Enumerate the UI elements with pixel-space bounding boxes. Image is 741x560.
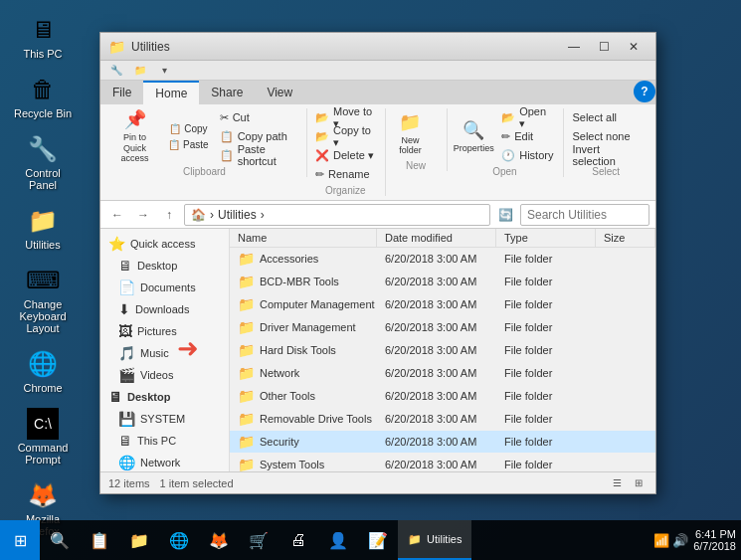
desktop: 🖥 This PC 🗑 Recycle Bin 🔧 Control Panel … <box>0 0 741 560</box>
tab-file[interactable]: File <box>100 81 143 104</box>
ribbon-content: 📌 Pin to Quickaccess 📋 Copy 📋 Paste <box>100 104 655 200</box>
col-size[interactable]: Size <box>596 229 655 247</box>
sidebar-item-videos[interactable]: 🎬 Videos <box>100 364 229 386</box>
back-button[interactable]: ← <box>106 204 128 226</box>
sidebar-item-network[interactable]: 🌐 Network <box>100 452 229 471</box>
taskbar-clock[interactable]: 6:41 PM 6/7/2018 <box>693 528 736 552</box>
taskbar-user-button[interactable]: 👤 <box>318 520 358 560</box>
desktop-icon-command-prompt[interactable]: C:\ Command Prompt <box>8 404 78 469</box>
network-tray-icon[interactable]: 📶 <box>653 533 669 548</box>
sidebar-item-downloads[interactable]: ⬇ Downloads <box>100 298 229 320</box>
up-button[interactable]: ↑ <box>158 204 180 226</box>
refresh-button[interactable]: 🔄 <box>494 204 516 226</box>
history-button[interactable]: 🕐 History <box>497 146 557 164</box>
music-icon: 🎵 <box>118 345 135 361</box>
file-row-security[interactable]: 📁Security 6/20/2018 3:00 AM File folder <box>230 431 655 454</box>
item-count: 12 items <box>108 477 150 489</box>
taskbar-active-window[interactable]: 📁 Utilities <box>398 520 471 560</box>
taskbar-chrome-button[interactable]: 🌐 <box>159 520 199 560</box>
taskbar-store-button[interactable]: 🛒 <box>239 520 278 560</box>
edit-icon: ✏ <box>501 130 510 143</box>
col-type[interactable]: Type <box>496 229 596 247</box>
sidebar-item-pictures[interactable]: 🖼 Pictures <box>100 320 229 342</box>
file-date-security: 6/20/2018 3:00 AM <box>377 431 496 453</box>
start-button[interactable]: ⊞ <box>0 520 40 560</box>
desktop-icon-utilities[interactable]: 📁 Utilities <box>8 201 78 255</box>
rename-button[interactable]: ✏ Rename <box>311 165 379 183</box>
minimize-button[interactable]: — <box>560 36 588 58</box>
qat-new-folder-button[interactable]: 📁 <box>130 62 150 80</box>
delete-button[interactable]: ❌ Delete ▾ <box>311 146 379 164</box>
address-path[interactable]: 🏠 › Utilities › <box>184 204 490 226</box>
open-buttons: 🔍 Properties 📂 Open ▾ ✏ Edit <box>452 108 557 164</box>
sidebar-item-desktop2[interactable]: 🖥 Desktop <box>100 386 229 408</box>
large-icons-view-button[interactable]: ⊞ <box>630 474 648 492</box>
move-icon: 📂 <box>315 111 329 124</box>
taskbar-notes-button[interactable]: 📝 <box>358 520 398 560</box>
file-row-other-tools[interactable]: 📁Other Tools 6/20/2018 3:00 AM File fold… <box>230 385 655 408</box>
folder-icon: 📁 <box>238 365 255 381</box>
pin-label: Pin to Quickaccess <box>113 132 156 164</box>
col-name[interactable]: Name <box>230 229 377 247</box>
forward-button[interactable]: → <box>132 204 154 226</box>
volume-tray-icon[interactable]: 🔊 <box>672 533 688 548</box>
ribbon-select-group: Select all Select none Invert selection … <box>566 108 649 177</box>
tab-view[interactable]: View <box>255 81 304 104</box>
properties-button[interactable]: 🔍 Properties <box>452 111 495 161</box>
file-row-hard-disk[interactable]: 📁Hard Disk Tools 6/20/2018 3:00 AM File … <box>230 339 655 362</box>
search-input[interactable] <box>520 204 649 226</box>
taskbar-task-view-button[interactable]: 📋 <box>80 520 119 560</box>
qat-dropdown-button[interactable]: ▾ <box>154 62 174 80</box>
file-row-bcd[interactable]: 📁BCD-MBR Tools 6/20/2018 3:00 AM File fo… <box>230 271 655 293</box>
desktop-icon-chrome[interactable]: 🌐 Chrome <box>8 344 78 398</box>
cut-button[interactable]: ✂ Cut <box>216 108 300 126</box>
close-button[interactable]: ✕ <box>620 36 648 58</box>
copy-to-button[interactable]: 📂 Copy to ▾ <box>311 127 379 145</box>
file-type-driver-mgmt: File folder <box>496 316 596 338</box>
sidebar-item-quick-access[interactable]: ⭐ Quick access <box>100 233 229 255</box>
taskbar-search-button[interactable]: 🔍 <box>40 520 80 560</box>
desktop-icon-control-panel[interactable]: 🔧 Control Panel <box>8 129 78 195</box>
col-date[interactable]: Date modified <box>377 229 496 247</box>
invert-selection-button[interactable]: Invert selection <box>568 146 644 164</box>
details-view-button[interactable]: ☰ <box>608 474 626 492</box>
file-type-other-tools: File folder <box>496 385 596 407</box>
file-size-driver-mgmt <box>596 316 655 338</box>
taskbar-printer-button[interactable]: 🖨 <box>278 520 318 560</box>
file-row-computer-mgmt[interactable]: 📁Computer Management 6/20/2018 3:00 AM F… <box>230 293 655 316</box>
qat-properties-button[interactable]: 🔧 <box>106 62 126 80</box>
paste-shortcut-button[interactable]: 📋 Paste shortcut <box>216 146 300 164</box>
taskbar-firefox-button[interactable]: 🦊 <box>199 520 239 560</box>
edit-button[interactable]: ✏ Edit <box>497 127 557 145</box>
maximize-button[interactable]: ☐ <box>590 36 618 58</box>
file-name-computer-mgmt: 📁Computer Management <box>230 293 377 315</box>
new-folder-button[interactable]: 📁 Newfolder <box>390 108 430 158</box>
sidebar-item-desktop[interactable]: 🖥 Desktop <box>100 255 229 277</box>
paste-button[interactable]: 📋 Paste <box>163 137 214 152</box>
desktop-icon-this-pc[interactable]: 🖥 This PC <box>8 10 78 64</box>
pin-to-quick-access-button[interactable]: 📌 Pin to Quickaccess <box>108 111 161 161</box>
new-label: New <box>390 160 441 171</box>
desktop-icon-change-keyboard[interactable]: ⌨ Change Keyboard Layout <box>8 261 78 338</box>
desktop-icon-recycle-bin[interactable]: 🗑 Recycle Bin <box>8 70 78 123</box>
select-all-button[interactable]: Select all <box>568 108 644 126</box>
file-type-security: File folder <box>496 431 596 453</box>
file-row-driver-mgmt[interactable]: 📁Driver Management 6/20/2018 3:00 AM Fil… <box>230 316 655 339</box>
file-row-accessories[interactable]: 📁Accessories 6/20/2018 3:00 AM File fold… <box>230 248 655 271</box>
tab-home[interactable]: Home <box>143 81 199 104</box>
file-row-removable[interactable]: 📁Removable Drive Tools 6/20/2018 3:00 AM… <box>230 408 655 431</box>
file-row-network[interactable]: 📁Network 6/20/2018 3:00 AM File folder <box>230 362 655 385</box>
file-row-system-tools[interactable]: 📁System Tools 6/20/2018 3:00 AM File fol… <box>230 454 655 471</box>
tab-share[interactable]: Share <box>199 81 255 104</box>
sidebar-item-this-pc[interactable]: 🖥 This PC <box>100 430 229 452</box>
new-buttons: 📁 Newfolder <box>390 108 441 158</box>
sidebar-item-music[interactable]: 🎵 Music <box>100 342 229 364</box>
taskbar-file-explorer-button[interactable]: 📁 <box>119 520 159 560</box>
help-button[interactable]: ? <box>634 81 655 102</box>
open-button[interactable]: 📂 Open ▾ <box>497 108 557 126</box>
view-controls: ☰ ⊞ <box>608 474 648 492</box>
explorer-window: 📁 Utilities — ☐ ✕ 🔧 📁 ▾ File Home Share … <box>99 32 656 494</box>
sidebar-item-system[interactable]: 💾 SYSTEM <box>100 408 229 430</box>
copy-button[interactable]: 📋 Copy <box>163 121 214 136</box>
sidebar-item-documents[interactable]: 📄 Documents <box>100 277 229 298</box>
